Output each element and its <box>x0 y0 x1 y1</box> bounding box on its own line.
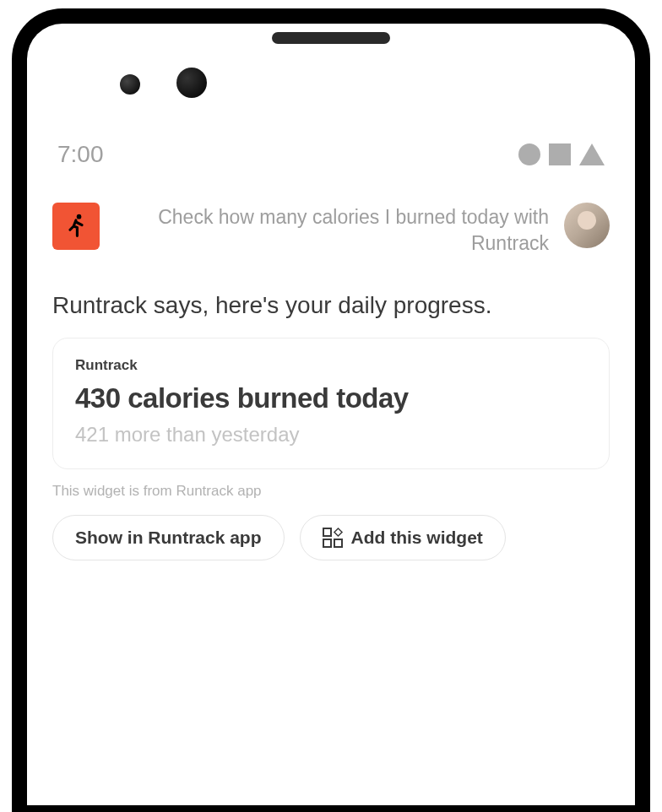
svg-point-0 <box>77 214 82 219</box>
screen-content: 7:00 Check how many calories I burne <box>27 24 635 805</box>
assistant-response-text: Runtrack says, here's your daily progres… <box>52 290 610 321</box>
status-time: 7:00 <box>57 141 104 168</box>
status-icons <box>518 143 605 165</box>
action-button-row: Show in Runtrack app Add this widget <box>52 515 610 560</box>
query-row: Check how many calories I burned today w… <box>52 203 610 257</box>
status-square-icon <box>549 143 571 165</box>
front-camera-small <box>120 74 140 95</box>
runner-icon <box>62 212 90 241</box>
widgets-icon <box>323 528 343 548</box>
phone-screen-bezel: 7:00 Check how many calories I burne <box>27 24 635 805</box>
widget-subtext: 421 more than yesterday <box>75 423 587 447</box>
widget-source-text: This widget is from Runtrack app <box>52 483 610 500</box>
widget-app-label: Runtrack <box>75 357 587 374</box>
show-in-app-button[interactable]: Show in Runtrack app <box>52 515 285 560</box>
user-avatar[interactable] <box>564 203 610 248</box>
front-camera-large <box>176 68 207 98</box>
phone-frame: 7:00 Check how many calories I burne <box>12 8 650 812</box>
assistant-content: Check how many calories I burned today w… <box>27 176 635 560</box>
phone-speaker <box>272 32 390 44</box>
widget-headline: 430 calories burned today <box>75 382 587 414</box>
show-in-app-label: Show in Runtrack app <box>75 528 262 548</box>
add-widget-label: Add this widget <box>351 528 483 548</box>
runtrack-widget-card[interactable]: Runtrack 430 calories burned today 421 m… <box>52 338 610 469</box>
add-widget-button[interactable]: Add this widget <box>300 515 506 560</box>
status-triangle-icon <box>579 143 605 165</box>
status-circle-icon <box>518 143 540 165</box>
runtrack-app-icon[interactable] <box>52 203 100 250</box>
user-query-text: Check how many calories I burned today w… <box>115 203 549 257</box>
status-bar: 7:00 <box>27 133 635 176</box>
